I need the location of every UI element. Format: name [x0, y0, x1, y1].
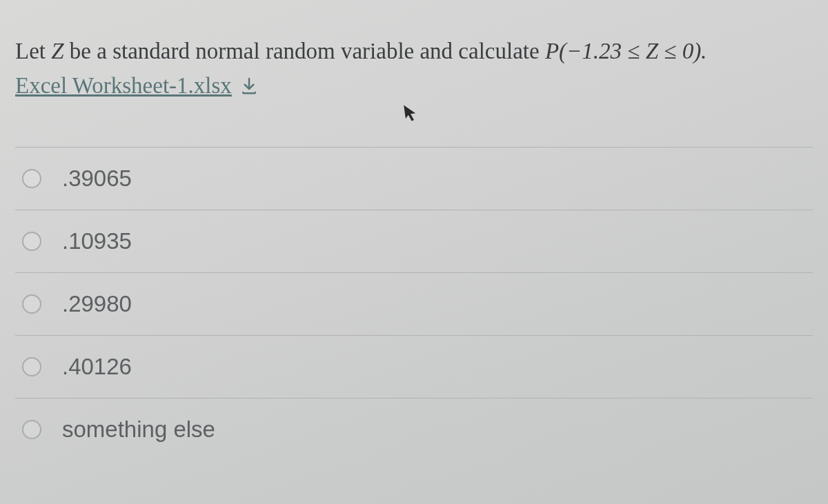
radio-icon — [22, 420, 41, 439]
option-label: .29980 — [62, 291, 132, 317]
option-3[interactable]: .40126 — [15, 336, 813, 399]
option-label: .10935 — [62, 228, 132, 254]
option-4[interactable]: something else — [15, 399, 813, 461]
option-1[interactable]: .10935 — [15, 210, 813, 273]
option-label: .39065 — [62, 165, 132, 192]
option-2[interactable]: .29980 — [15, 273, 813, 336]
radio-icon — [22, 169, 41, 188]
attachment-link[interactable]: Excel Worksheet-1.xlsx — [15, 73, 259, 99]
cursor-icon — [402, 103, 419, 124]
radio-icon — [22, 294, 41, 314]
options-list: .39065 .10935 .29980 .40126 something el… — [15, 147, 813, 461]
radio-icon — [22, 232, 41, 251]
radio-icon — [22, 357, 41, 376]
option-label: something else — [62, 416, 215, 443]
question-text: Let Z be a standard normal random variab… — [15, 34, 813, 69]
download-icon — [239, 75, 259, 96]
option-0[interactable]: .39065 — [15, 148, 813, 210]
option-label: .40126 — [62, 354, 132, 380]
attachment-label: Excel Worksheet-1.xlsx — [15, 73, 232, 99]
